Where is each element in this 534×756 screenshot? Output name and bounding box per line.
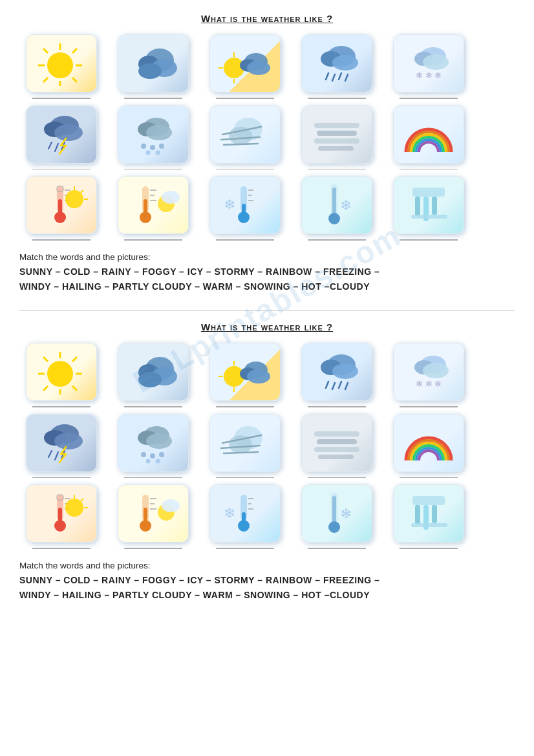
svg-point-0 [47, 52, 73, 78]
svg-point-30 [423, 54, 449, 70]
svg-point-83 [328, 213, 340, 224]
warm-icon [118, 176, 189, 234]
stormy-icon [26, 105, 97, 164]
section1-grid: ❄ ❄ ❄ [19, 34, 515, 241]
svg-line-8 [43, 78, 48, 82]
icon-line [400, 239, 458, 241]
svg-line-7 [72, 49, 77, 53]
hot-icon [26, 176, 97, 234]
section1-row2 [19, 105, 515, 170]
svg-point-124 [54, 433, 83, 449]
svg-point-41 [141, 144, 146, 149]
icon-cell-freezing: ❄ [295, 176, 379, 241]
icon-cell-rainy2 [295, 343, 379, 407]
svg-line-125 [48, 451, 52, 457]
svg-line-95 [43, 357, 48, 362]
svg-rect-89 [411, 215, 447, 219]
section2-match-label: Match the words and the pictures: [19, 561, 515, 570]
icon-cell-foggy2 [295, 414, 379, 479]
icon-line [124, 98, 182, 99]
svg-point-147 [54, 520, 66, 532]
svg-point-173 [328, 521, 340, 533]
snowy2-icon: ❄ ❄ ❄ [393, 343, 464, 401]
icon-line [124, 406, 182, 407]
icon-line [308, 169, 366, 170]
rainy-icon [301, 34, 372, 92]
icon-line [308, 548, 366, 549]
icon-line [124, 477, 182, 479]
partly-cloudy-icon [209, 34, 281, 92]
icon-line [400, 98, 458, 99]
svg-rect-54 [318, 146, 354, 151]
svg-rect-82 [332, 188, 336, 216]
section2-row2 [19, 414, 515, 479]
svg-text:❄: ❄ [340, 506, 352, 522]
svg-line-6 [72, 78, 77, 82]
foggy-icon [301, 105, 372, 164]
icon-line [216, 239, 274, 241]
section2-row1: ❄ ❄ ❄ [19, 343, 515, 407]
svg-point-90 [47, 361, 73, 387]
svg-point-110 [247, 369, 270, 383]
icon-cell-stormy2 [19, 414, 103, 479]
svg-rect-85 [412, 188, 445, 197]
section1-row1: ❄ ❄ ❄ [19, 34, 515, 99]
svg-point-158 [140, 520, 151, 532]
sunny2-icon [26, 343, 97, 401]
svg-point-132 [150, 453, 155, 459]
icon-line [32, 548, 91, 549]
svg-point-44 [146, 151, 151, 155]
section1-row3: ❄ ❄ [19, 176, 515, 241]
icon-line [32, 406, 91, 407]
section1-match: Match the words and the pictures: SUNNY … [19, 252, 515, 296]
icon-line [308, 98, 366, 99]
svg-point-113 [332, 363, 358, 379]
icon-cell-snowy2: ❄ ❄ ❄ [387, 343, 471, 407]
svg-text:❄: ❄ [340, 197, 352, 213]
icon-line [124, 169, 182, 170]
svg-text:❄  ❄  ❄: ❄ ❄ ❄ [416, 379, 442, 389]
svg-line-25 [332, 74, 335, 81]
svg-line-155 [81, 499, 83, 501]
icon-line [216, 406, 274, 407]
icon-line [216, 477, 274, 479]
rainbow-icon [393, 105, 464, 164]
icon-cell-foggy [295, 105, 379, 170]
svg-line-50 [224, 144, 258, 145]
section1-match-label: Match the words and the pictures: [19, 252, 515, 262]
svg-rect-142 [317, 439, 357, 444]
svg-point-73 [162, 191, 180, 204]
svg-point-43 [159, 144, 164, 149]
icon-cell-cloudy [111, 34, 195, 99]
icy-icon [393, 176, 464, 234]
sunny-icon [26, 34, 97, 92]
icon-cell-rainy [295, 34, 379, 99]
section2-grid: ❄ ❄ ❄ [19, 343, 515, 549]
section2-row3: ❄ ❄ [19, 484, 515, 549]
section2-title: What is the weather like ? [19, 321, 515, 332]
svg-line-116 [339, 382, 341, 388]
icon-cell-freezing2: ❄ [295, 484, 379, 549]
section2: What is the weather like ? [19, 321, 515, 603]
icon-cell-warm [111, 176, 195, 241]
hailing2-icon [118, 414, 189, 472]
windy2-icon [209, 414, 281, 472]
svg-rect-143 [314, 447, 359, 452]
icy2-icon [393, 484, 464, 543]
svg-line-98 [43, 386, 48, 391]
icon-line [400, 477, 458, 479]
svg-line-24 [326, 73, 328, 80]
icon-cell-hot [19, 176, 103, 241]
svg-rect-175 [412, 496, 445, 505]
svg-line-36 [55, 144, 58, 151]
svg-point-62 [65, 190, 83, 208]
icon-line [216, 98, 274, 99]
svg-rect-179 [411, 523, 447, 527]
icon-line [32, 98, 91, 99]
svg-rect-52 [317, 131, 357, 136]
icon-line [308, 239, 366, 241]
icon-cell-partly-cloudy2 [203, 343, 287, 407]
icon-line [400, 169, 458, 170]
svg-line-115 [332, 383, 335, 389]
section2-match-words: SUNNY – COLD – RAINY – FOGGY – ICY – STO… [19, 573, 515, 604]
